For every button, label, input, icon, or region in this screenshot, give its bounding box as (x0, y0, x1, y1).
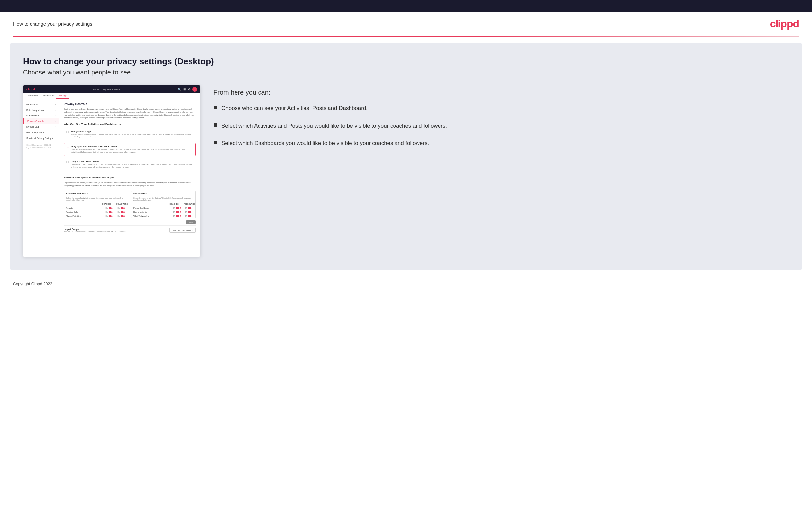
logo: clippd (770, 18, 799, 30)
player-coaches-toggle[interactable]: ON (172, 207, 182, 209)
toggle-tables: Activities and Posts Select the types of… (64, 191, 196, 218)
mockup-nav-icons: 🔍 ⊞ ⚙ (178, 87, 197, 92)
show-hide-title: Show or hide specific features in Clippd (64, 176, 196, 179)
radio-desc-everyone: Everyone on Clippd can search for you an… (70, 133, 193, 138)
sidebar-item-privacy-controls[interactable]: Privacy Controls › (23, 118, 59, 124)
practice-followers-toggle[interactable]: ON (116, 211, 126, 213)
activities-row-rounds: Rounds ON ON (64, 206, 128, 210)
mockup-main-panel: Privacy Controls Control how you and you… (59, 99, 200, 257)
mockup-avatar (193, 87, 197, 92)
dashboards-player-label: Player Dashboard (133, 207, 172, 209)
mockup-nav-links: Home My Performance (93, 88, 120, 91)
manual-followers-toggle[interactable]: ON (116, 215, 126, 217)
radio-dot-only-you (66, 161, 69, 163)
dashboards-row-round-insights: Round Insights ON ON (132, 210, 195, 214)
dashboards-col-followers: FOLLOWERS (184, 203, 194, 205)
header: How to change your privacy settings clip… (0, 12, 812, 36)
bullet-item-2: Select which Activities and Posts you wo… (213, 122, 789, 130)
mockup-nav-home: Home (93, 88, 99, 91)
round-coaches-toggle[interactable]: ON (172, 211, 182, 213)
bullet-text-1: Choose who can see your Activities, Post… (221, 104, 367, 113)
what-followers-toggle[interactable]: ON (184, 215, 194, 217)
mockup-sql-version: SQL Server Version: 2022.7.38 (26, 147, 55, 149)
radio-dot-everyone (66, 130, 69, 133)
radio-desc-followers: Only approved followers and coaches you … (71, 148, 193, 154)
sidebar-item-data-integrations[interactable]: Data Integrations › (23, 107, 59, 113)
sidebar-item-service-privacy[interactable]: Service & Privacy Policy ↗ (23, 135, 59, 142)
help-title: Help & Support (64, 228, 127, 230)
visit-community-button[interactable]: Visit Our Community ↗ (169, 228, 196, 233)
activities-col-followers: FOLLOWERS (116, 203, 126, 205)
bullet-square-1 (213, 106, 217, 109)
help-row: Help & Support Visit our Clippd communit… (64, 225, 196, 233)
right-column: From here you can: Choose who can see yo… (213, 85, 789, 157)
footer: Copyright Clippd 2022 (0, 276, 812, 291)
tab-connections[interactable]: Connections (40, 93, 56, 99)
help-desc: Visit our Clippd community to troublesho… (64, 230, 127, 232)
show-hide-desc: Regardless of the privacy controls that … (64, 181, 196, 187)
page-heading: How to change your privacy settings (Des… (23, 56, 789, 67)
activities-row-manual: Manual Activities ON ON (64, 214, 128, 218)
main-content: How to change your privacy settings (Des… (10, 43, 802, 270)
divider-1 (64, 173, 196, 173)
bullet-text-2: Select which Activities and Posts you wo… (221, 122, 447, 130)
radio-label-only-you: Only You and Your Coach (70, 161, 193, 163)
bullet-list: Choose who can see your Activities, Post… (213, 104, 789, 148)
radio-label-followers: Only Approved Followers and Your Coach (71, 146, 193, 148)
page-subheading: Choose what you want people to see (23, 69, 789, 76)
header-divider (13, 36, 799, 37)
tab-settings[interactable]: Settings (56, 93, 69, 99)
mockup-client-version: Clippd Client Version: 2022.8.2 (26, 144, 55, 147)
dashboards-row-what-to-work: What To Work On ON ON (132, 214, 195, 218)
activities-manual-label: Manual Activities (66, 215, 104, 217)
bullet-square-2 (213, 123, 217, 127)
player-followers-toggle[interactable]: ON (184, 207, 194, 209)
what-coaches-toggle[interactable]: ON (172, 215, 182, 217)
who-can-see-title: Who Can See Your Activities and Dashboar… (64, 123, 196, 126)
activities-posts-title: Activities and Posts (64, 191, 128, 196)
screenshot-wrapper: clippd Home My Performance 🔍 ⊞ ⚙ My Prof… (23, 85, 200, 257)
rounds-followers-toggle[interactable]: ON (116, 207, 126, 209)
mockup-nav-performance: My Performance (103, 88, 119, 91)
dashboards-desc: Select the types of activity that you'd … (132, 196, 195, 203)
manual-coaches-toggle[interactable]: ON (104, 215, 114, 217)
dashboards-what-label: What To Work On (133, 215, 172, 217)
mockup-topnav: clippd Home My Performance 🔍 ⊞ ⚙ (23, 85, 200, 93)
mockup-section-desc: Control how you and your data appears to… (64, 108, 196, 119)
activities-practice-label: Practice Drills (66, 211, 104, 213)
radio-followers-coach[interactable]: Only Approved Followers and Your Coach O… (64, 143, 196, 156)
rounds-coaches-toggle[interactable]: ON (104, 207, 114, 209)
top-bar (0, 0, 812, 12)
dashboards-round-label: Round Insights (133, 211, 172, 213)
activities-col-coaches: COACHES (102, 203, 112, 205)
mockup-logo: clippd (26, 88, 35, 91)
from-here-title: From here you can: (213, 89, 789, 96)
sidebar-item-help-support[interactable]: Help & Support ↗ (23, 130, 59, 135)
sidebar-item-subscription[interactable]: Subscription › (23, 113, 59, 118)
activities-col-headers: COACHES FOLLOWERS (64, 203, 128, 206)
radio-label-everyone: Everyone on Clippd (70, 130, 193, 132)
radio-dot-followers (67, 146, 69, 148)
copyright: Copyright Clippd 2022 (13, 282, 52, 286)
round-followers-toggle[interactable]: ON (184, 211, 194, 213)
activities-row-practice: Practice Drills ON ON (64, 210, 128, 214)
save-button[interactable]: Save (186, 220, 196, 224)
tab-my-profile[interactable]: My Profile (26, 93, 40, 99)
mockup-sidebar: My Account › Data Integrations › Subscri… (23, 99, 59, 257)
sidebar-item-my-golf-bag[interactable]: My Golf Bag › (23, 124, 59, 130)
dashboards-row-player: Player Dashboard ON ON (132, 206, 195, 210)
radio-desc-only-you: Only you and the coaches you connect wit… (70, 163, 193, 169)
radio-group-visibility: Everyone on Clippd Everyone on Clippd ca… (64, 128, 196, 170)
activities-posts-table: Activities and Posts Select the types of… (64, 191, 129, 218)
header-title: How to change your privacy settings (13, 21, 92, 26)
mockup-tab-bar: My Profile Connections Settings (23, 93, 200, 99)
bullet-item-1: Choose who can see your Activities, Post… (213, 104, 789, 113)
sidebar-item-my-account[interactable]: My Account › (23, 102, 59, 107)
two-col-layout: clippd Home My Performance 🔍 ⊞ ⚙ My Prof… (23, 85, 789, 257)
radio-everyone[interactable]: Everyone on Clippd Everyone on Clippd ca… (64, 128, 196, 140)
mockup-version: Clippd Client Version: 2022.8.2 SQL Serv… (23, 142, 59, 152)
radio-only-you-coach[interactable]: Only You and Your Coach Only you and the… (64, 159, 196, 171)
activities-posts-desc: Select the types of activity that you'd … (64, 196, 128, 203)
practice-coaches-toggle[interactable]: ON (104, 211, 114, 213)
dashboards-col-headers: COACHES FOLLOWERS (132, 203, 195, 206)
